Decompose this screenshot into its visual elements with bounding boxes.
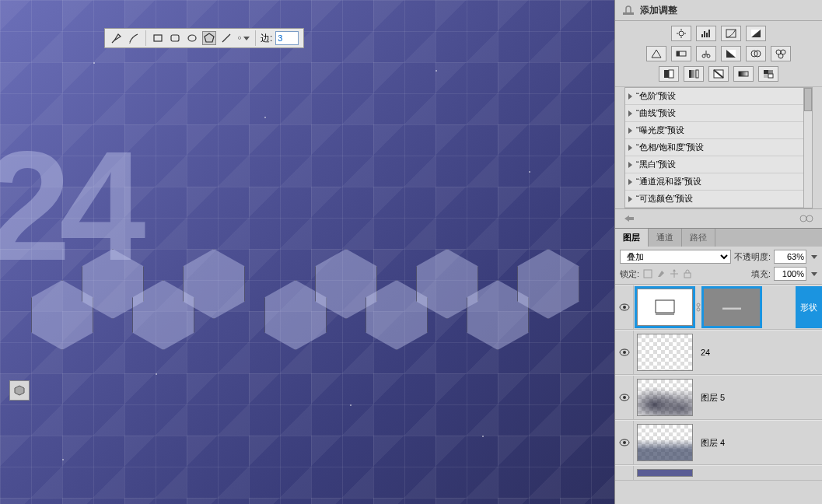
layer-thumbnail[interactable]: [637, 289, 693, 326]
adjustments-grid: [615, 21, 822, 86]
curves-icon[interactable]: [721, 26, 741, 41]
polygon-tool-icon[interactable]: [202, 31, 216, 45]
preset-channel-mixer[interactable]: “通道混和器”预设: [625, 173, 812, 191]
preset-black-white[interactable]: “黑白”预设: [625, 156, 812, 173]
edges-input[interactable]: [275, 31, 299, 45]
svg-rect-0: [154, 35, 162, 41]
adjustments-footer: [615, 208, 822, 228]
layer-name: 形状: [796, 286, 822, 328]
floating-polygon-preview[interactable]: [9, 380, 30, 401]
layer-row-partial[interactable]: [615, 465, 822, 481]
svg-rect-12: [701, 34, 703, 37]
eye-icon[interactable]: [619, 303, 630, 311]
tab-layers[interactable]: 图层: [615, 229, 649, 247]
link-icon[interactable]: [696, 302, 701, 313]
svg-point-32: [778, 54, 783, 58]
selective-color-icon[interactable]: [758, 66, 778, 82]
preset-selective-color[interactable]: “可选颜色”预设: [625, 191, 812, 208]
eye-icon[interactable]: [619, 348, 630, 356]
return-icon[interactable]: [621, 212, 638, 225]
lock-pixels-icon[interactable]: [656, 268, 666, 279]
layer-thumbnail[interactable]: [637, 424, 693, 461]
pen-tool-icon[interactable]: [110, 31, 124, 45]
stamp-icon: [621, 3, 635, 17]
layer-name: 图层 4: [696, 437, 725, 449]
presets-scrollbar[interactable]: [803, 88, 812, 208]
fill-label: 填充:: [751, 268, 771, 280]
vector-mask-thumbnail[interactable]: ▬▬▬: [704, 289, 760, 326]
svg-marker-19: [652, 50, 661, 58]
posterize-icon[interactable]: [684, 66, 704, 82]
layer-row-shape[interactable]: ▬▬▬ 形状: [615, 285, 822, 330]
layer-row-4[interactable]: 图层 4: [615, 420, 822, 465]
svg-line-4: [222, 34, 230, 42]
preset-levels[interactable]: “色阶”预设: [625, 88, 812, 105]
lock-transparency-icon[interactable]: [642, 268, 653, 279]
tab-channels[interactable]: 通道: [649, 229, 682, 247]
custom-shape-tool-icon[interactable]: [236, 31, 250, 45]
svg-rect-41: [739, 72, 748, 76]
brightness-contrast-icon[interactable]: [671, 26, 691, 41]
layer-thumbnail[interactable]: [637, 469, 693, 477]
svg-point-2: [188, 35, 196, 41]
layer-row-5[interactable]: 图层 5: [615, 375, 822, 420]
svg-point-63: [623, 396, 626, 399]
opacity-dropdown-icon[interactable]: [811, 255, 817, 259]
photo-filter-icon[interactable]: [746, 46, 766, 61]
preset-exposure[interactable]: “曝光度”预设: [625, 122, 812, 139]
svg-rect-1: [171, 35, 179, 41]
color-balance-icon[interactable]: [696, 46, 716, 61]
svg-rect-42: [764, 70, 768, 74]
clip-icon[interactable]: [799, 212, 816, 225]
blend-mode-select[interactable]: 叠加: [620, 250, 731, 264]
lock-label: 锁定:: [620, 268, 639, 280]
freeform-pen-icon[interactable]: [127, 31, 141, 45]
vibrance-icon[interactable]: [646, 46, 666, 61]
svg-rect-35: [689, 70, 691, 78]
svg-rect-6: [623, 12, 634, 15]
layer-thumbnail[interactable]: [637, 379, 693, 416]
adjustments-panel-header: 添加调整: [615, 0, 822, 21]
threshold-icon[interactable]: [708, 66, 729, 82]
canvas[interactable]: 24 边:: [0, 0, 614, 504]
invert-icon[interactable]: [659, 66, 679, 82]
exposure-icon[interactable]: [746, 26, 766, 41]
levels-icon[interactable]: [696, 26, 716, 41]
fill-dropdown-icon[interactable]: [811, 272, 817, 276]
black-white-icon[interactable]: [721, 46, 741, 61]
preset-hue-saturation[interactable]: “色相/饱和度”预设: [625, 139, 812, 156]
ellipse-tool-icon[interactable]: [185, 31, 199, 45]
svg-point-47: [806, 215, 813, 222]
svg-point-61: [623, 351, 626, 354]
opacity-input[interactable]: [774, 250, 806, 264]
svg-rect-21: [677, 51, 680, 56]
line-tool-icon[interactable]: [219, 31, 233, 45]
tab-paths[interactable]: 路径: [682, 229, 715, 247]
layer-row-24[interactable]: 24: [615, 330, 822, 375]
opacity-label: 不透明度:: [734, 251, 771, 263]
fill-input[interactable]: [774, 267, 806, 281]
hue-saturation-icon[interactable]: [671, 46, 691, 61]
rectangle-tool-icon[interactable]: [151, 31, 165, 45]
adjustment-presets: “色阶”预设 “曲线”预设 “曝光度”预设 “色相/饱和度”预设 “黑白”预设 …: [615, 86, 822, 208]
lock-all-icon[interactable]: [682, 268, 693, 279]
gradient-map-icon[interactable]: [733, 66, 754, 82]
svg-rect-52: [684, 273, 691, 278]
svg-point-58: [697, 308, 700, 311]
svg-rect-48: [644, 270, 652, 278]
layer-name: 图层 5: [696, 392, 725, 404]
svg-point-22: [702, 54, 705, 58]
channel-mixer-icon[interactable]: [771, 46, 791, 61]
lock-position-icon[interactable]: [669, 268, 680, 279]
svg-rect-43: [768, 70, 773, 74]
eye-icon[interactable]: [619, 394, 630, 401]
eye-icon[interactable]: [619, 439, 630, 446]
layer-thumbnail[interactable]: [637, 334, 693, 371]
svg-rect-16: [726, 30, 736, 37]
svg-rect-14: [706, 33, 708, 37]
layer-name: 24: [696, 348, 710, 357]
svg-marker-51: [673, 269, 676, 271]
preset-curves[interactable]: “曲线”预设: [625, 105, 812, 122]
svg-rect-15: [708, 30, 710, 37]
rounded-rectangle-tool-icon[interactable]: [168, 31, 182, 45]
